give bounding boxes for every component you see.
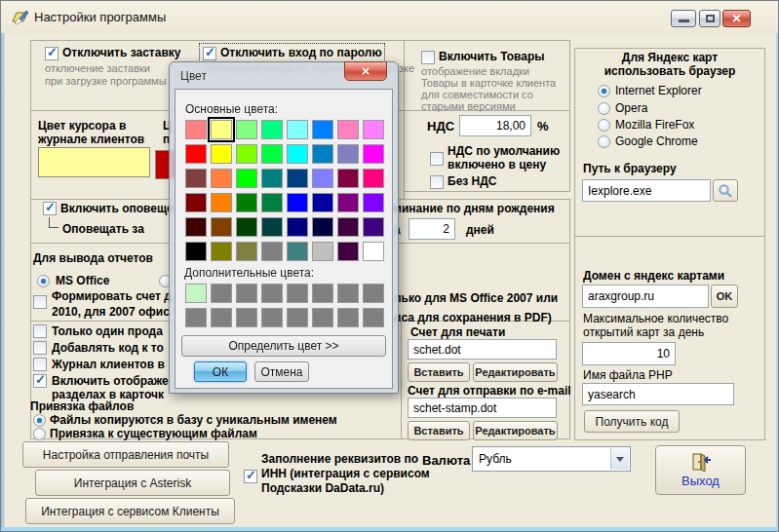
dadata-checkbox[interactable] bbox=[244, 470, 257, 483]
maps-domain-input[interactable]: araxgroup.ru bbox=[582, 285, 709, 308]
insert-print-button[interactable]: Вставить bbox=[408, 362, 470, 382]
custom-color-swatch[interactable] bbox=[236, 308, 257, 327]
basic-color-swatch[interactable] bbox=[312, 217, 333, 237]
basic-color-swatch[interactable] bbox=[211, 120, 232, 139]
maps-max-input[interactable]: 10 bbox=[582, 342, 676, 365]
basic-color-swatch[interactable] bbox=[211, 242, 232, 261]
clients-service-integration-button[interactable]: Интеграция с сервисом Клиенты bbox=[25, 498, 235, 524]
client-journal-checkbox[interactable] bbox=[33, 358, 47, 371]
basic-color-swatch[interactable] bbox=[363, 120, 384, 139]
basic-color-swatch[interactable] bbox=[337, 120, 359, 139]
basic-color-swatch[interactable] bbox=[261, 120, 283, 139]
get-code-button[interactable]: Получить код bbox=[584, 410, 680, 433]
custom-color-swatch[interactable] bbox=[261, 284, 283, 303]
files-link-radio[interactable] bbox=[33, 428, 46, 440]
color-cancel-button[interactable]: Отмена bbox=[254, 361, 309, 382]
basic-color-swatch[interactable] bbox=[363, 193, 384, 212]
basic-color-swatch[interactable] bbox=[185, 193, 207, 212]
maximize-button[interactable] bbox=[699, 10, 721, 27]
custom-color-swatch[interactable] bbox=[211, 308, 232, 327]
days-input[interactable]: 2 bbox=[409, 218, 455, 240]
basic-color-swatch[interactable] bbox=[312, 120, 333, 139]
basic-color-swatch[interactable] bbox=[185, 120, 207, 139]
custom-color-swatch[interactable] bbox=[337, 308, 359, 327]
basic-color-swatch[interactable] bbox=[261, 242, 283, 261]
basic-color-swatch[interactable] bbox=[287, 120, 308, 139]
basic-color-swatch[interactable] bbox=[312, 242, 333, 261]
basic-color-swatch[interactable] bbox=[261, 169, 283, 188]
edit-email-button[interactable]: Редактировать bbox=[473, 421, 558, 440]
add-code-checkbox[interactable] bbox=[33, 341, 47, 355]
custom-color-swatch[interactable] bbox=[287, 308, 308, 327]
basic-color-swatch[interactable] bbox=[211, 144, 232, 164]
vat-input[interactable]: 18,00 bbox=[459, 115, 531, 136]
basic-color-swatch[interactable] bbox=[185, 217, 207, 237]
basic-color-swatch[interactable] bbox=[211, 193, 232, 212]
basic-color-swatch[interactable] bbox=[185, 169, 207, 188]
vat-default-checkbox[interactable] bbox=[430, 152, 444, 166]
php-file-input[interactable]: yasearch bbox=[582, 383, 734, 405]
cursor-color-swatch[interactable] bbox=[38, 147, 150, 177]
enable-display-checkbox[interactable] bbox=[33, 374, 47, 388]
mail-settings-button[interactable]: Настройка отправления почты bbox=[22, 441, 229, 468]
basic-color-swatch[interactable] bbox=[236, 144, 257, 164]
basic-color-swatch[interactable] bbox=[287, 193, 308, 212]
only-one-seller-checkbox[interactable] bbox=[33, 324, 47, 338]
basic-color-swatch[interactable] bbox=[261, 144, 283, 164]
files-copy-radio[interactable] bbox=[33, 414, 46, 427]
custom-color-swatch[interactable] bbox=[363, 284, 384, 303]
basic-color-swatch[interactable] bbox=[337, 144, 359, 164]
custom-color-swatch[interactable] bbox=[337, 284, 359, 303]
basic-color-swatch[interactable] bbox=[287, 217, 308, 237]
custom-color-swatch[interactable] bbox=[312, 308, 333, 327]
chevron-down-icon[interactable] bbox=[610, 448, 629, 470]
custom-color-swatch[interactable] bbox=[312, 284, 333, 303]
custom-color-swatch[interactable] bbox=[211, 284, 232, 303]
basic-color-swatch[interactable] bbox=[211, 217, 232, 237]
basic-color-swatch[interactable] bbox=[363, 242, 384, 261]
browser-radio-google-chrome[interactable] bbox=[598, 135, 610, 148]
basic-color-swatch[interactable] bbox=[363, 144, 384, 164]
browser-path-input[interactable]: Iexplore.exe bbox=[582, 179, 711, 202]
enable-goods-checkbox[interactable] bbox=[421, 51, 435, 64]
browser-radio-mozilla-firefox[interactable] bbox=[598, 119, 610, 132]
custom-color-swatch[interactable] bbox=[185, 308, 207, 327]
browse-button[interactable] bbox=[713, 179, 738, 202]
birthday-reminder-checkbox[interactable] bbox=[43, 202, 57, 215]
asterisk-integration-button[interactable]: Интеграция с Asterisk bbox=[35, 470, 230, 496]
define-custom-color-button[interactable]: Определить цвет >> bbox=[181, 335, 386, 357]
basic-color-swatch[interactable] bbox=[337, 217, 359, 237]
custom-color-swatch[interactable] bbox=[363, 308, 384, 327]
minimize-button[interactable] bbox=[671, 10, 696, 27]
browser-radio-opera[interactable] bbox=[598, 102, 610, 115]
browser-radio-internet-explorer[interactable] bbox=[598, 85, 610, 97]
basic-color-swatch[interactable] bbox=[261, 217, 283, 237]
custom-color-swatch[interactable] bbox=[185, 284, 207, 303]
insert-email-button[interactable]: Вставить bbox=[408, 421, 470, 440]
basic-color-swatch[interactable] bbox=[363, 169, 384, 188]
basic-color-swatch[interactable] bbox=[236, 169, 257, 188]
basic-color-swatch[interactable] bbox=[236, 193, 257, 212]
disable-splash-checkbox[interactable] bbox=[45, 47, 58, 60]
basic-color-swatch[interactable] bbox=[185, 144, 207, 164]
basic-color-swatch[interactable] bbox=[236, 120, 257, 139]
form-invoice-checkbox[interactable] bbox=[33, 295, 47, 309]
ms-office-radio[interactable] bbox=[37, 275, 50, 287]
basic-color-swatch[interactable] bbox=[337, 193, 359, 212]
basic-color-swatch[interactable] bbox=[236, 217, 257, 237]
basic-color-swatch[interactable] bbox=[363, 217, 384, 237]
basic-color-swatch[interactable] bbox=[337, 242, 359, 261]
close-button[interactable]: ✕ bbox=[722, 10, 751, 27]
basic-color-swatch[interactable] bbox=[185, 242, 207, 261]
basic-color-swatch[interactable] bbox=[236, 242, 257, 261]
basic-color-swatch[interactable] bbox=[287, 144, 308, 164]
basic-color-swatch[interactable] bbox=[312, 169, 333, 188]
maps-domain-ok-button[interactable]: OK bbox=[711, 285, 738, 308]
no-vat-checkbox[interactable] bbox=[430, 175, 444, 189]
custom-color-swatch[interactable] bbox=[261, 308, 283, 327]
basic-color-swatch[interactable] bbox=[312, 193, 333, 212]
color-ok-button[interactable]: ОК bbox=[194, 361, 247, 382]
edit-print-button[interactable]: Редактировать bbox=[473, 362, 558, 382]
custom-color-swatch[interactable] bbox=[287, 284, 308, 303]
basic-color-swatch[interactable] bbox=[312, 144, 333, 164]
